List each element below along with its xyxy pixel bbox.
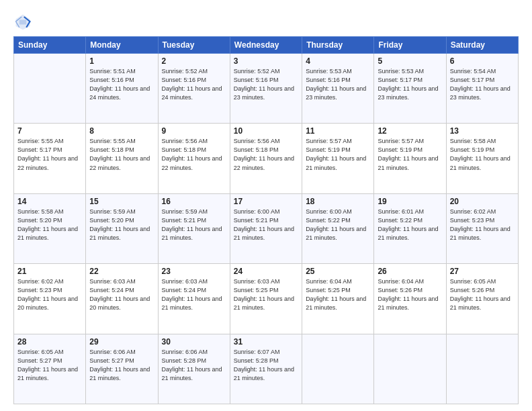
calendar-cell: 21Sunrise: 6:02 AMSunset: 5:23 PMDayligh… <box>14 264 86 334</box>
calendar-header-row: SundayMondayTuesdayWednesdayThursdayFrid… <box>14 37 519 54</box>
calendar-cell: 9Sunrise: 5:56 AMSunset: 5:18 PMDaylight… <box>158 124 230 193</box>
calendar-cell: 13Sunrise: 5:58 AMSunset: 5:19 PMDayligh… <box>446 124 518 193</box>
day-number: 2 <box>162 56 226 66</box>
day-detail: Sunrise: 5:58 AMSunset: 5:20 PMDaylight:… <box>17 208 82 242</box>
calendar-header-sunday: Sunday <box>14 37 86 54</box>
day-detail: Sunrise: 6:03 AMSunset: 5:24 PMDaylight:… <box>162 277 226 312</box>
day-number: 11 <box>306 126 370 136</box>
day-number: 18 <box>306 197 370 206</box>
calendar-cell: 4Sunrise: 5:53 AMSunset: 5:16 PMDaylight… <box>302 54 374 124</box>
day-number: 31 <box>234 337 298 347</box>
day-number: 17 <box>234 197 298 206</box>
calendar-cell: 11Sunrise: 5:57 AMSunset: 5:19 PMDayligh… <box>302 124 374 193</box>
logo-icon <box>13 12 32 31</box>
day-number: 25 <box>306 267 370 276</box>
day-number: 8 <box>89 126 154 136</box>
logo <box>13 12 35 31</box>
calendar-cell <box>302 334 374 404</box>
calendar-week-row: 7Sunrise: 5:55 AMSunset: 5:17 PMDaylight… <box>14 124 519 193</box>
day-number: 23 <box>162 267 226 276</box>
calendar-cell: 17Sunrise: 6:00 AMSunset: 5:21 PMDayligh… <box>230 193 302 263</box>
calendar-cell: 28Sunrise: 6:05 AMSunset: 5:27 PMDayligh… <box>14 334 86 404</box>
calendar-cell: 18Sunrise: 6:00 AMSunset: 5:22 PMDayligh… <box>302 193 374 263</box>
day-number: 28 <box>17 337 82 347</box>
calendar-cell: 27Sunrise: 6:05 AMSunset: 5:26 PMDayligh… <box>446 264 518 334</box>
day-detail: Sunrise: 5:51 AMSunset: 5:16 PMDaylight:… <box>89 67 154 102</box>
calendar-week-row: 28Sunrise: 6:05 AMSunset: 5:27 PMDayligh… <box>14 334 519 404</box>
calendar-cell <box>374 334 446 404</box>
day-number: 12 <box>378 126 442 136</box>
day-detail: Sunrise: 5:52 AMSunset: 5:16 PMDaylight:… <box>162 67 226 102</box>
day-detail: Sunrise: 6:03 AMSunset: 5:24 PMDaylight:… <box>89 277 154 312</box>
calendar-header-monday: Monday <box>86 37 158 54</box>
calendar-cell: 22Sunrise: 6:03 AMSunset: 5:24 PMDayligh… <box>86 264 158 334</box>
day-detail: Sunrise: 6:00 AMSunset: 5:22 PMDaylight:… <box>306 208 370 242</box>
calendar-cell: 25Sunrise: 6:04 AMSunset: 5:25 PMDayligh… <box>302 264 374 334</box>
calendar-header-saturday: Saturday <box>446 37 518 54</box>
calendar-cell: 6Sunrise: 5:54 AMSunset: 5:17 PMDaylight… <box>446 54 518 124</box>
day-detail: Sunrise: 5:53 AMSunset: 5:17 PMDaylight:… <box>378 67 442 102</box>
day-detail: Sunrise: 5:59 AMSunset: 5:20 PMDaylight:… <box>89 208 154 242</box>
day-number: 29 <box>89 337 154 347</box>
day-detail: Sunrise: 6:00 AMSunset: 5:21 PMDaylight:… <box>234 208 298 242</box>
day-detail: Sunrise: 5:59 AMSunset: 5:21 PMDaylight:… <box>162 208 226 242</box>
day-number: 15 <box>89 197 154 206</box>
day-number: 27 <box>450 267 515 276</box>
day-number: 6 <box>450 56 515 66</box>
svg-rect-1 <box>19 19 27 24</box>
day-detail: Sunrise: 6:06 AMSunset: 5:28 PMDaylight:… <box>162 348 226 383</box>
day-number: 13 <box>450 126 515 136</box>
day-detail: Sunrise: 5:54 AMSunset: 5:17 PMDaylight:… <box>450 67 515 102</box>
calendar-cell: 14Sunrise: 5:58 AMSunset: 5:20 PMDayligh… <box>14 193 86 263</box>
calendar-cell: 3Sunrise: 5:52 AMSunset: 5:16 PMDaylight… <box>230 54 302 124</box>
day-number: 19 <box>378 197 442 206</box>
day-detail: Sunrise: 5:52 AMSunset: 5:16 PMDaylight:… <box>234 67 298 102</box>
day-detail: Sunrise: 5:55 AMSunset: 5:17 PMDaylight:… <box>17 137 82 172</box>
day-detail: Sunrise: 6:01 AMSunset: 5:22 PMDaylight:… <box>378 208 442 242</box>
day-number: 10 <box>234 126 298 136</box>
calendar-header-wednesday: Wednesday <box>230 37 302 54</box>
calendar-cell: 7Sunrise: 5:55 AMSunset: 5:17 PMDaylight… <box>14 124 86 193</box>
day-detail: Sunrise: 6:04 AMSunset: 5:26 PMDaylight:… <box>378 277 442 312</box>
day-detail: Sunrise: 6:02 AMSunset: 5:23 PMDaylight:… <box>17 277 82 312</box>
day-number: 26 <box>378 267 442 276</box>
calendar-cell <box>14 54 86 124</box>
calendar-cell: 31Sunrise: 6:07 AMSunset: 5:28 PMDayligh… <box>230 334 302 404</box>
day-detail: Sunrise: 5:56 AMSunset: 5:18 PMDaylight:… <box>234 137 298 172</box>
day-number: 20 <box>450 197 515 206</box>
calendar-cell: 26Sunrise: 6:04 AMSunset: 5:26 PMDayligh… <box>374 264 446 334</box>
calendar-cell: 10Sunrise: 5:56 AMSunset: 5:18 PMDayligh… <box>230 124 302 193</box>
calendar-cell <box>446 334 518 404</box>
day-detail: Sunrise: 5:53 AMSunset: 5:16 PMDaylight:… <box>306 67 370 102</box>
calendar-cell: 15Sunrise: 5:59 AMSunset: 5:20 PMDayligh… <box>86 193 158 263</box>
day-detail: Sunrise: 6:04 AMSunset: 5:25 PMDaylight:… <box>306 277 370 312</box>
day-detail: Sunrise: 6:05 AMSunset: 5:27 PMDaylight:… <box>17 348 82 383</box>
day-number: 21 <box>17 267 82 276</box>
day-number: 14 <box>17 197 82 206</box>
calendar-table: SundayMondayTuesdayWednesdayThursdayFrid… <box>13 36 519 404</box>
day-number: 24 <box>234 267 298 276</box>
day-detail: Sunrise: 5:58 AMSunset: 5:19 PMDaylight:… <box>450 137 515 172</box>
calendar-cell: 19Sunrise: 6:01 AMSunset: 5:22 PMDayligh… <box>374 193 446 263</box>
calendar-cell: 29Sunrise: 6:06 AMSunset: 5:27 PMDayligh… <box>86 334 158 404</box>
calendar-week-row: 14Sunrise: 5:58 AMSunset: 5:20 PMDayligh… <box>14 193 519 263</box>
day-number: 16 <box>162 197 226 206</box>
day-number: 5 <box>378 56 442 66</box>
calendar-cell: 30Sunrise: 6:06 AMSunset: 5:28 PMDayligh… <box>158 334 230 404</box>
day-number: 3 <box>234 56 298 66</box>
calendar-cell: 16Sunrise: 5:59 AMSunset: 5:21 PMDayligh… <box>158 193 230 263</box>
day-detail: Sunrise: 5:57 AMSunset: 5:19 PMDaylight:… <box>378 137 442 172</box>
day-detail: Sunrise: 6:07 AMSunset: 5:28 PMDaylight:… <box>234 348 298 383</box>
day-detail: Sunrise: 5:55 AMSunset: 5:18 PMDaylight:… <box>89 137 154 172</box>
calendar-cell: 2Sunrise: 5:52 AMSunset: 5:16 PMDaylight… <box>158 54 230 124</box>
day-number: 7 <box>17 126 82 136</box>
calendar-cell: 5Sunrise: 5:53 AMSunset: 5:17 PMDaylight… <box>374 54 446 124</box>
calendar-header-thursday: Thursday <box>302 37 374 54</box>
calendar-header-friday: Friday <box>374 37 446 54</box>
header <box>13 12 519 31</box>
calendar-cell: 23Sunrise: 6:03 AMSunset: 5:24 PMDayligh… <box>158 264 230 334</box>
day-detail: Sunrise: 6:05 AMSunset: 5:26 PMDaylight:… <box>450 277 515 312</box>
day-detail: Sunrise: 6:02 AMSunset: 5:23 PMDaylight:… <box>450 208 515 242</box>
day-detail: Sunrise: 6:06 AMSunset: 5:27 PMDaylight:… <box>89 348 154 383</box>
calendar-header-tuesday: Tuesday <box>158 37 230 54</box>
